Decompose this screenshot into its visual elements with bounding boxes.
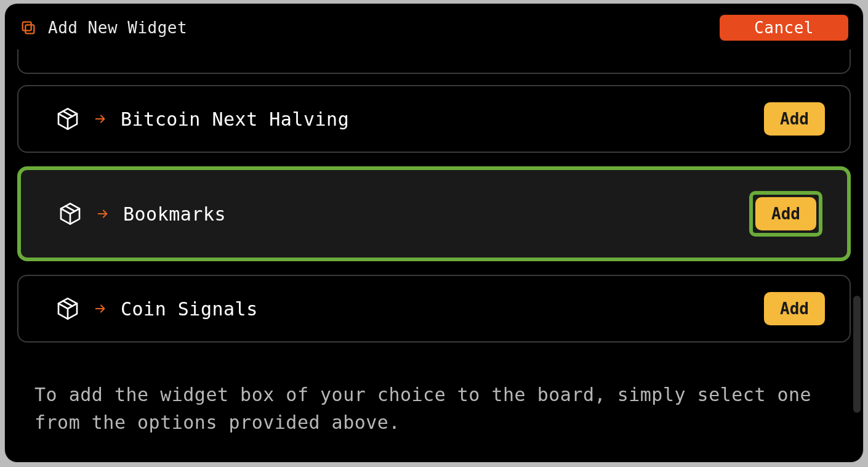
modal-title: Add New Widget: [48, 18, 187, 37]
arrow-right-icon: [94, 112, 107, 126]
arrow-right-icon: [94, 302, 107, 315]
svg-rect-1: [23, 22, 31, 31]
modal-body: Bitcoin Next Halving Add: [5, 49, 863, 462]
widget-row-left: Bookmarks: [58, 201, 226, 226]
package-icon: [58, 201, 82, 226]
widget-label: Coin Signals: [121, 298, 258, 320]
scrollbar-thumb[interactable]: [853, 296, 861, 413]
cancel-button[interactable]: Cancel: [720, 15, 848, 41]
svg-rect-0: [25, 25, 34, 33]
add-button[interactable]: Add: [764, 102, 825, 136]
package-icon: [55, 296, 80, 321]
widget-row-left: Bitcoin Next Halving: [55, 107, 349, 131]
arrow-right-icon: [96, 207, 110, 221]
add-button-highlight: Add: [749, 191, 822, 237]
copy-icon: [20, 19, 37, 36]
widget-row-bookmarks[interactable]: Bookmarks Add: [17, 166, 851, 261]
widget-row-bitcoin-next-halving[interactable]: Bitcoin Next Halving Add: [17, 85, 851, 153]
widget-row-coin-signals[interactable]: Coin Signals Add: [17, 275, 851, 343]
footer-help-text: To add the widget box of your choice to …: [17, 356, 851, 436]
widget-row-left: Coin Signals: [55, 296, 258, 321]
package-icon: [55, 107, 80, 131]
add-button[interactable]: Add: [755, 197, 816, 230]
partial-widget-row-top: [17, 49, 851, 74]
widget-label: Bitcoin Next Halving: [121, 108, 349, 130]
header-left: Add New Widget: [20, 18, 187, 37]
modal-header: Add New Widget Cancel: [5, 4, 863, 49]
widget-label: Bookmarks: [123, 203, 226, 225]
add-widget-modal: Add New Widget Cancel: [5, 4, 863, 462]
add-button[interactable]: Add: [764, 292, 825, 325]
